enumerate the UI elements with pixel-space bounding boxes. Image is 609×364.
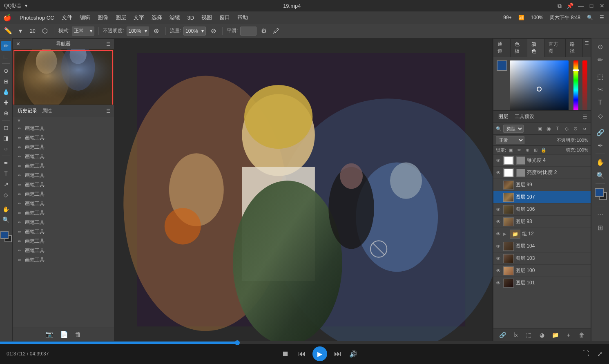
layer-visibility-eye[interactable]: 👁 — [495, 170, 502, 176]
lock-artboard-btn[interactable]: ⊞ — [532, 147, 539, 153]
list-item[interactable]: ✏ 画笔工具 — [13, 237, 114, 246]
next-btn[interactable]: ⏭ — [332, 348, 344, 360]
navigator-preview[interactable] — [13, 49, 114, 109]
hand-tool-r[interactable]: ✋ — [595, 156, 606, 168]
menu-image[interactable]: 图像 — [94, 13, 112, 22]
healing-tool[interactable]: ✚ — [1, 98, 11, 107]
pin-btn[interactable]: 📌 — [567, 3, 573, 9]
crop-tool[interactable]: ⊞ — [1, 76, 11, 86]
crop-tool-r[interactable]: ✂ — [595, 84, 606, 95]
layer-fx-btn[interactable]: fx — [511, 331, 520, 339]
dropdown-arrow[interactable]: ▾ — [25, 3, 27, 9]
layer-visibility-eye[interactable]: 👁 — [495, 157, 502, 164]
zoom-tool-r[interactable]: 🔍 — [595, 170, 606, 181]
tab-swatches[interactable]: 色板 — [511, 39, 528, 57]
close-btn[interactable]: ✕ — [599, 3, 605, 9]
tab-histogram[interactable]: 直方图 — [544, 39, 566, 57]
menu-layer[interactable]: 图层 — [112, 13, 129, 22]
list-item[interactable]: ✏ 画笔工具 — [13, 161, 114, 171]
list-item[interactable]: ✏ 画笔工具 — [13, 143, 114, 152]
layer-visibility-eye[interactable]: 👁 — [495, 219, 502, 225]
settings-icon[interactable]: ⚙ — [259, 26, 269, 36]
lasso-tool[interactable]: ⊙ — [1, 66, 11, 76]
list-item[interactable]: ✏ 画笔工具 — [13, 246, 114, 255]
zoom-tool[interactable]: 🔍 — [1, 215, 11, 225]
layer-item-active[interactable]: 图层 107 — [493, 191, 591, 203]
lock-pixels-btn[interactable]: ✏ — [516, 147, 522, 153]
menu-window[interactable]: 窗口 — [216, 13, 233, 22]
layer-item[interactable]: 👁 图层 103 — [493, 252, 591, 265]
pen-tool[interactable]: ✒ — [1, 158, 11, 168]
type-tool[interactable]: T — [1, 169, 11, 179]
menu-help[interactable]: 帮助 — [234, 13, 251, 22]
list-item[interactable]: ✏ 画笔工具 — [13, 124, 114, 133]
stop-btn[interactable]: ⏹ — [280, 348, 291, 360]
opacity-value[interactable]: 100% — [577, 138, 588, 143]
selection-tool[interactable]: ⬚ — [1, 51, 11, 61]
flow-input[interactable]: 100%▾ — [183, 27, 206, 36]
maximize-btn[interactable]: □ — [589, 3, 594, 9]
shape-tool-r[interactable]: ◇ — [595, 110, 606, 121]
list-item[interactable]: ✏ 画笔工具 — [13, 152, 114, 161]
list-item[interactable]: ✏ 画笔工具 — [13, 133, 114, 143]
hue-thumb[interactable] — [573, 69, 579, 71]
tool-preset-arrow[interactable]: ▾ — [16, 26, 25, 36]
nav-close-btn[interactable]: ✕ — [16, 41, 20, 47]
extra-tool-icon[interactable]: 🖊 — [271, 26, 281, 36]
color-swatches[interactable] — [0, 231, 12, 242]
fullscreen-btn[interactable]: ⛶ — [582, 350, 589, 357]
layer-visibility-eye[interactable]: 👁 — [495, 255, 502, 262]
layers-menu-btn[interactable]: ☰ — [583, 114, 587, 120]
fill-value[interactable]: 100% — [577, 147, 588, 152]
tab-history[interactable]: 历史记录 — [16, 107, 39, 115]
airbrush-icon[interactable]: ⊕ — [152, 26, 161, 36]
brush-size-input[interactable]: 20 — [28, 26, 38, 36]
filter-text-icon[interactable]: T — [554, 125, 561, 132]
lock-all-btn[interactable]: 🔒 — [540, 147, 547, 153]
extra-tool-1[interactable]: ⋯ — [595, 209, 606, 220]
minimize-btn[interactable]: — — [578, 3, 584, 9]
brush-settings-tool[interactable]: ✏ — [595, 54, 606, 65]
video-progress-bar[interactable] — [0, 342, 609, 344]
menu-file[interactable]: 文件 — [58, 13, 76, 22]
path-tool[interactable]: ↗ — [1, 179, 11, 189]
layer-item[interactable]: 👁 曝光度 4 — [493, 154, 591, 167]
filter-smart-icon[interactable]: ⊙ — [572, 125, 579, 132]
filter-pixel-icon[interactable]: ▣ — [536, 125, 543, 132]
dodge-tool[interactable]: ○ — [1, 144, 11, 154]
lock-position-btn[interactable]: ⊕ — [524, 147, 531, 153]
color-picker-tool[interactable]: ⊙ — [595, 41, 606, 52]
layer-item[interactable]: 👁 图层 104 — [493, 240, 591, 252]
eraser-tool[interactable]: ◻ — [1, 123, 11, 132]
layer-visibility-eye[interactable]: 👁 — [495, 243, 502, 250]
panel-menu-btn[interactable]: ☰ — [583, 39, 591, 57]
layer-visibility-eye[interactable]: 👁 — [495, 280, 502, 286]
layer-item[interactable]: 👁 图层 106 — [493, 203, 591, 216]
list-item[interactable]: ✏ 画笔工具 — [13, 180, 114, 190]
brush-tool-icon[interactable]: ✏️ — [3, 26, 13, 36]
prev-btn[interactable]: ⏮ — [296, 348, 308, 360]
search-icon[interactable]: 🔍 — [585, 15, 595, 20]
fg-bg-swatches[interactable] — [593, 188, 608, 202]
text-tool-r[interactable]: T — [595, 97, 606, 108]
layer-item[interactable]: 👁 图层 100 — [493, 265, 591, 277]
tab-paths[interactable]: 路径 — [566, 39, 583, 57]
tab-channels[interactable]: 通道 — [493, 39, 511, 57]
delete-layer-btn[interactable]: 🗑 — [577, 331, 586, 339]
list-item[interactable]: ✏ 画笔工具 — [13, 190, 114, 199]
tab-color[interactable]: 颜色 — [527, 39, 544, 57]
brush-hardness-icon[interactable]: ⬡ — [40, 26, 50, 36]
menu-edit[interactable]: 编辑 — [76, 13, 94, 22]
foreground-color[interactable] — [0, 231, 9, 239]
new-snapshot-btn[interactable]: 📷 — [45, 331, 54, 338]
list-item[interactable]: ▼ — [13, 117, 114, 124]
list-item[interactable]: ✏ 画笔工具 — [13, 171, 114, 180]
color-picker-cursor[interactable] — [537, 87, 542, 92]
tab-properties[interactable]: 属性 — [40, 107, 54, 115]
opacity-input[interactable]: 100%▾ — [127, 27, 149, 36]
menu-3d[interactable]: 3D — [184, 13, 198, 22]
layer-visibility-eye[interactable]: 👁 — [495, 268, 502, 274]
filter-adjust-icon[interactable]: ◉ — [545, 125, 552, 132]
link-tool[interactable]: 🔗 — [595, 127, 606, 138]
list-item[interactable]: ✏ 画笔工具 — [13, 218, 114, 227]
